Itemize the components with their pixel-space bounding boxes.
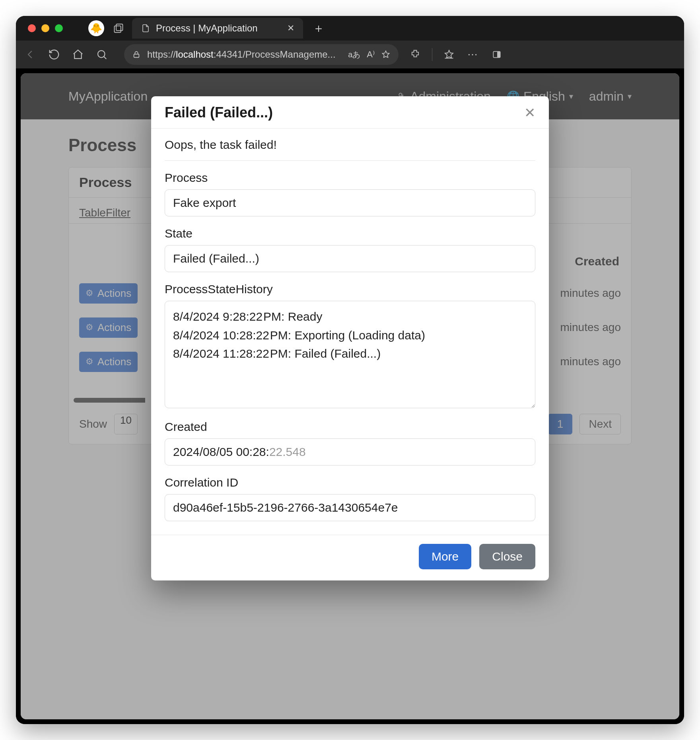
page: MyApplication Administration 🌐 English ▾ <box>21 73 679 719</box>
label-state: State <box>165 227 535 240</box>
lock-icon <box>132 50 141 59</box>
label-history: ProcessStateHistory <box>165 282 535 296</box>
address-bar[interactable]: https://localhost:44341/ProcessManageme.… <box>124 44 399 65</box>
workspaces-icon[interactable] <box>113 23 124 34</box>
home-icon[interactable] <box>71 47 85 62</box>
extensions-icon[interactable] <box>408 47 422 62</box>
field-correlation-id[interactable] <box>165 494 535 521</box>
window-controls <box>28 24 63 32</box>
svg-rect-3 <box>134 54 139 57</box>
search-icon[interactable] <box>95 47 109 62</box>
field-history[interactable] <box>165 301 535 408</box>
field-state[interactable] <box>165 245 535 272</box>
close-window-button[interactable] <box>28 24 36 32</box>
toolbar-separator <box>432 48 432 61</box>
modal-message: Oops, the task failed! <box>165 136 535 161</box>
failure-modal: Failed (Failed...) ✕ Oops, the task fail… <box>151 96 549 580</box>
page-icon <box>141 23 150 33</box>
svg-rect-5 <box>497 51 500 57</box>
svg-point-2 <box>98 51 105 58</box>
minimize-window-button[interactable] <box>41 24 49 32</box>
label-process: Process <box>165 171 535 185</box>
svg-rect-1 <box>115 26 121 32</box>
modal-title: Failed (Failed...) <box>165 104 524 121</box>
field-created[interactable]: 2024/08/05 00:28:22.548 <box>165 438 535 465</box>
new-tab-button[interactable]: ＋ <box>313 20 325 37</box>
maximize-window-button[interactable] <box>55 24 63 32</box>
translate-badge[interactable]: aあ <box>348 49 360 60</box>
favorites-icon[interactable] <box>442 47 456 62</box>
more-button[interactable]: More <box>419 544 471 569</box>
label-created: Created <box>165 420 535 434</box>
back-icon[interactable] <box>23 47 37 62</box>
browser-toolbar: https://localhost:44341/ProcessManageme.… <box>16 41 684 68</box>
tab-title: Process | MyApplication <box>156 23 282 34</box>
read-aloud-icon[interactable]: A⁾ <box>367 49 375 60</box>
url-text: https://localhost:44341/ProcessManageme.… <box>147 49 342 60</box>
profile-avatar[interactable]: 🐥 <box>88 20 104 36</box>
sidebar-toggle-icon[interactable] <box>490 47 504 62</box>
favorite-icon[interactable] <box>381 50 391 59</box>
more-icon[interactable]: ⋯ <box>466 47 480 62</box>
svg-rect-0 <box>116 24 122 31</box>
field-process[interactable] <box>165 189 535 216</box>
browser-tab[interactable]: Process | MyApplication ✕ <box>132 18 303 39</box>
tab-close-icon[interactable]: ✕ <box>287 23 294 33</box>
browser-window: 🐥 Process | MyApplication ✕ ＋ <box>16 16 684 724</box>
close-button[interactable]: Close <box>479 544 535 569</box>
tab-strip: 🐥 Process | MyApplication ✕ ＋ <box>16 16 684 41</box>
modal-close-icon[interactable]: ✕ <box>524 106 535 119</box>
refresh-icon[interactable] <box>47 47 61 62</box>
label-correlation-id: Correlation ID <box>165 476 535 489</box>
